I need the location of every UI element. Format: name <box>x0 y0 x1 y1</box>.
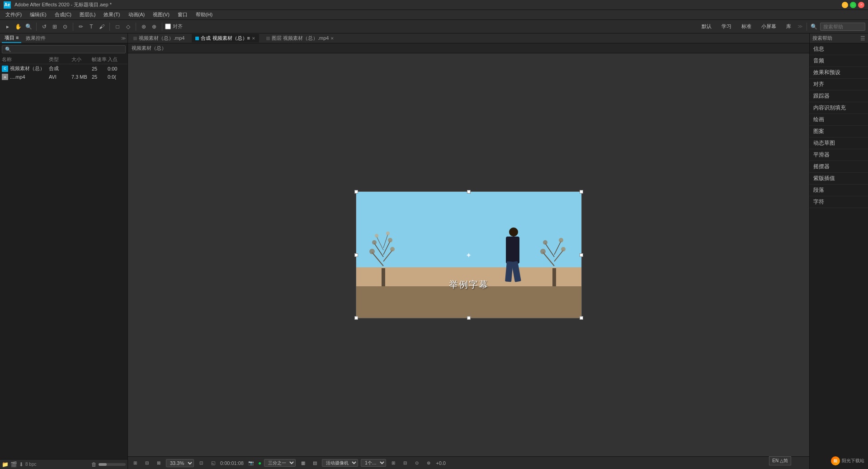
ctrl-safe[interactable]: ⊠ <box>154 459 163 468</box>
tab-layer-view[interactable]: 图层 视频素材（总）.mp4 ✕ <box>263 34 338 43</box>
menu-bar: 文件(F) 编辑(E) 合成(C) 图层(L) 效果(T) 动画(A) 视图(V… <box>0 10 868 20</box>
ctrl-view4[interactable]: ⊛ <box>424 459 433 468</box>
menu-view[interactable]: 视图(V) <box>149 10 173 19</box>
handle-top-mid[interactable] <box>467 190 471 194</box>
handle-mid-left[interactable] <box>354 253 358 257</box>
tool-anchor[interactable]: ⊕ <box>149 22 159 32</box>
menu-help[interactable]: 帮助(H) <box>192 10 216 19</box>
delete-icon[interactable]: 🗑 <box>91 461 97 468</box>
align-checkbox[interactable] <box>165 24 171 29</box>
ctrl-quality[interactable]: ◱ <box>208 459 217 468</box>
workspace-default[interactable]: 默认 <box>698 22 715 31</box>
tab-comp-view[interactable]: 合成 视频素材（总）≡ ✕ <box>192 34 259 43</box>
handle-bottom-right[interactable] <box>580 316 583 320</box>
workspace-library[interactable]: 库 <box>783 22 795 31</box>
panel-item-pattern[interactable]: 图案 <box>810 126 868 137</box>
handle-mid-right[interactable] <box>580 253 583 257</box>
progress-bar <box>99 463 126 466</box>
panel-item-motion-sketch[interactable]: 动态草图 <box>810 137 868 149</box>
tab-source-footage[interactable]: 视频素材（总）.mp4 <box>130 34 188 43</box>
menu-edit[interactable]: 编辑(E) <box>26 10 50 19</box>
panel-item-interpolation[interactable]: 紫版插值 <box>810 173 868 185</box>
tab-layer-close[interactable]: ✕ <box>330 36 334 41</box>
tool-shape[interactable]: □ <box>113 22 123 32</box>
project-search-input[interactable] <box>2 45 126 53</box>
tool-rotate[interactable]: ↺ <box>39 22 49 32</box>
zoom-select[interactable]: 33.3% <box>166 459 194 467</box>
tool-mask[interactable]: ◇ <box>123 22 133 32</box>
new-comp-icon[interactable]: 🎬 <box>10 461 17 468</box>
ctrl-render[interactable]: ▤ <box>310 459 319 468</box>
minimize-button[interactable]: ─ <box>842 2 848 8</box>
ctrl-grid2[interactable]: ▦ <box>298 459 307 468</box>
workspace-standard[interactable]: 标准 <box>738 22 755 31</box>
search-help-input[interactable] <box>820 23 865 31</box>
tab-comp-close[interactable]: ✕ <box>252 36 255 41</box>
en-badge[interactable]: EN △简 <box>769 456 791 465</box>
project-empty-area <box>0 81 127 459</box>
panel-item-wiggler[interactable]: 摇摆器 <box>810 161 868 173</box>
panel-item-character[interactable]: 字符 <box>810 196 868 208</box>
division-select[interactable]: 三分之一 <box>264 459 296 467</box>
project-item-comp[interactable]: C 视频素材（总） 合成 25 0:00 <box>0 64 127 73</box>
right-panel: 搜索帮助 ☰ 信息 音频 效果和预设 对齐 跟踪器 内容识别填充 绘画 图案 动… <box>809 33 868 469</box>
menu-effect[interactable]: 效果(T) <box>100 10 123 19</box>
panel-item-effects[interactable]: 效果和预设 <box>810 67 868 79</box>
tool-orbit[interactable]: ⊙ <box>60 22 70 32</box>
panel-item-paragraph[interactable]: 段落 <box>810 185 868 196</box>
ctrl-fit[interactable]: ⊡ <box>197 459 206 468</box>
handle-top-left[interactable] <box>354 190 358 194</box>
ctrl-grid[interactable]: ⊟ <box>142 459 151 468</box>
item-type-avi: AVI <box>49 74 71 80</box>
tab-effects-control[interactable]: 效果控件 <box>23 34 48 43</box>
menu-animation[interactable]: 动画(A) <box>125 10 149 19</box>
ctrl-view1[interactable]: ⊞ <box>389 459 398 468</box>
camera-select[interactable]: 活动摄像机 <box>322 459 358 467</box>
preview-controls: ⊞ ⊟ ⊠ 33.3% ⊡ ◱ 0:00:01:08 📷 ● 三分之一 ▦ ▤ … <box>128 456 809 469</box>
tab-layer-icon <box>266 37 270 40</box>
panel-item-smoother[interactable]: 平滑器 <box>810 149 868 161</box>
panel-item-paint[interactable]: 绘画 <box>810 114 868 126</box>
project-item-avi[interactable]: A ....mp4 AVI 7.3 MB 25 0:0( <box>0 73 127 81</box>
tool-select[interactable]: ▸ <box>3 22 13 32</box>
ctrl-camera-icon[interactable]: 📷 <box>246 459 255 468</box>
import-icon[interactable]: ⬇ <box>19 461 24 468</box>
menu-file[interactable]: 文件(F) <box>2 10 25 19</box>
right-panel-menu[interactable]: ☰ <box>860 35 865 42</box>
svg-point-18 <box>543 240 547 245</box>
ctrl-view3[interactable]: ⊙ <box>412 459 421 468</box>
svg-line-14 <box>545 243 554 257</box>
panel-item-audio[interactable]: 音频 <box>810 55 868 67</box>
panel-item-info[interactable]: 信息 <box>810 43 868 55</box>
panel-item-tracker[interactable]: 跟踪器 <box>810 90 868 102</box>
views-select[interactable]: 1个… <box>361 459 386 467</box>
handle-bottom-mid[interactable] <box>467 316 471 320</box>
workspace-small[interactable]: 小屏幕 <box>758 22 780 31</box>
tool-pen[interactable]: ✏ <box>76 22 86 32</box>
menu-window[interactable]: 窗口 <box>174 10 191 19</box>
center-panel: 视频素材（总）.mp4 合成 视频素材（总）≡ ✕ 图层 视频素材（总）.mp4… <box>128 33 809 469</box>
menu-comp[interactable]: 合成(C) <box>51 10 75 19</box>
menu-layer[interactable]: 图层(L) <box>76 10 99 19</box>
maximize-button[interactable]: □ <box>850 2 856 8</box>
tool-zoom[interactable]: 🔍 <box>24 22 33 32</box>
item-in-avi: 0:0( <box>108 74 126 80</box>
person-body <box>506 237 519 264</box>
svg-point-8 <box>372 240 377 245</box>
ctrl-reset[interactable]: ⊞ <box>131 459 140 468</box>
tool-hand[interactable]: ✋ <box>13 22 23 32</box>
tool-text[interactable]: T <box>86 22 96 32</box>
close-button[interactable]: ✕ <box>858 2 864 8</box>
tool-brush[interactable]: 🖌 <box>97 22 107 32</box>
wm-text: 阳光下载站 <box>842 458 864 464</box>
ctrl-view2[interactable]: ⊟ <box>401 459 410 468</box>
handle-bottom-left[interactable] <box>354 316 358 320</box>
tool-camera[interactable]: ⊞ <box>50 22 60 32</box>
panel-item-content-aware[interactable]: 内容识别填充 <box>810 102 868 114</box>
workspace-learn[interactable]: 学习 <box>718 22 735 31</box>
tool-puppet[interactable]: ⊛ <box>139 22 149 32</box>
panel-item-align[interactable]: 对齐 <box>810 79 868 90</box>
tab-project[interactable]: 项目 ≡ <box>2 33 21 43</box>
handle-top-right[interactable] <box>580 190 583 194</box>
new-folder-icon[interactable]: 📁 <box>2 461 9 468</box>
